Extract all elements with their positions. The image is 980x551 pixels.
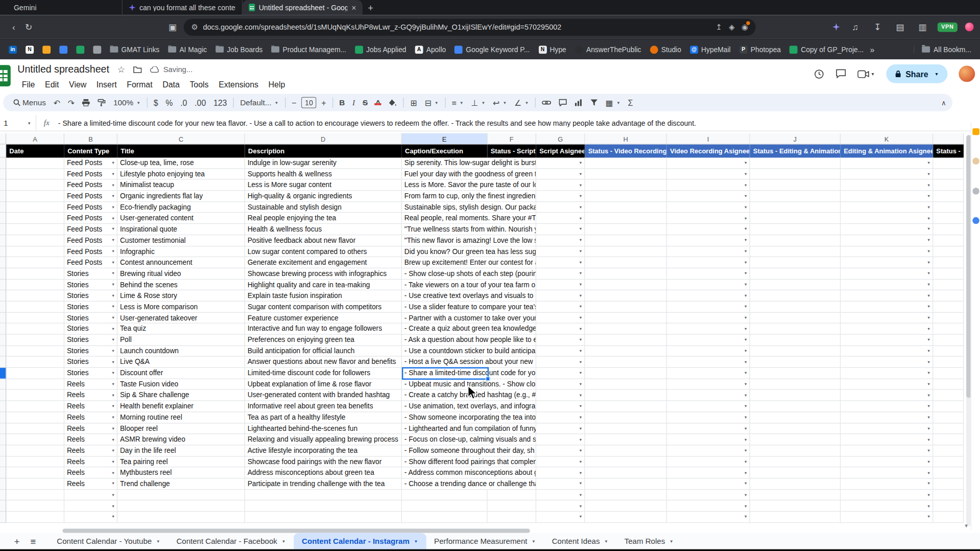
grid-cell[interactable]: ▼ [841,257,933,268]
row-header[interactable] [0,169,6,180]
grid-cell[interactable]: Reels▼ [64,434,117,446]
dropdown-icon[interactable]: ▼ [927,416,930,419]
dropdown-icon[interactable]: ▼ [579,294,582,297]
dropdown-icon[interactable]: ▼ [111,416,115,419]
grid-cell[interactable]: Feed Posts▼ [64,169,117,180]
grid-cell[interactable] [245,490,402,501]
user-avatar[interactable] [959,66,975,82]
grid-cell[interactable]: Less is More comparison [117,302,245,313]
grid-cell[interactable]: ▼ [536,312,585,324]
bookmark-item[interactable]: @HypeMail [690,45,731,54]
grid-cell[interactable]: Stories▼ [64,357,117,368]
dropdown-icon[interactable]: ▼ [579,172,582,176]
dropdown-icon[interactable]: ▼ [744,471,747,474]
grid-cell[interactable] [933,257,964,268]
dropdown-icon[interactable]: ▼ [927,305,930,308]
header-cell[interactable]: Editing & Animation Asignee [841,145,933,158]
dropdown-icon[interactable]: ▼ [927,227,930,231]
dropdown-icon[interactable]: ▼ [744,482,747,486]
grid-cell[interactable]: Address misconceptions about green tea [245,468,402,479]
header-cell[interactable]: Date [6,145,64,158]
grid-cell[interactable]: Tea pairing reel [117,456,245,468]
increase-decimal-button[interactable]: .00 [191,98,210,107]
grid-cell[interactable] [585,157,667,169]
row-header[interactable] [0,224,6,235]
grid-cell[interactable] [933,478,964,490]
sheet-tab-menu-icon[interactable]: ▼ [670,539,674,543]
dropdown-icon[interactable]: ▼ [111,338,115,341]
grid-cell[interactable]: ▼ [667,312,750,324]
grid-cell[interactable]: ▼ [667,379,750,390]
strikethrough-button[interactable]: S [359,98,372,107]
grid-cell[interactable]: ▼ [841,157,933,169]
grid-cell[interactable]: ▼ [667,224,750,235]
increase-font-size-button[interactable]: + [318,98,330,107]
grid-cell[interactable]: ▼ [841,468,933,479]
grid-cell[interactable] [933,280,964,291]
grid-cell[interactable] [6,445,64,456]
grid-cell[interactable]: ▼ [841,368,933,379]
grid-cell[interactable] [750,169,841,180]
grid-cell[interactable]: ▼ [536,180,585,191]
grid-cell[interactable] [585,346,667,357]
dropdown-icon[interactable]: ▼ [927,404,930,408]
grid-cell[interactable] [6,268,64,280]
grid-cell[interactable]: Sugar content comparison with competitor… [245,302,402,313]
grid-cell[interactable]: ▼ [667,302,750,313]
functions-button[interactable]: Σ [624,98,637,107]
column-header-G[interactable]: G [536,133,585,145]
dropdown-icon[interactable]: ▼ [579,394,582,397]
grid-cell[interactable] [488,490,536,501]
grid-cell[interactable]: Inspirational quote [117,224,245,235]
all-sheets-icon[interactable]: ≡ [25,536,41,546]
dropdown-icon[interactable]: ▼ [744,493,747,496]
grid-cell[interactable] [750,290,841,302]
downloads-icon[interactable]: ↧ [870,22,885,32]
dropdown-icon[interactable]: ▼ [111,360,115,364]
grid-cell[interactable] [6,500,64,512]
reading-list-icon[interactable]: ▤ [893,22,907,32]
grid-cell[interactable]: Sustainable and stylish design [245,202,402,213]
menu-format[interactable]: Format [123,79,157,90]
dropdown-icon[interactable]: ▼ [927,482,930,486]
grid-cell[interactable]: Health benefit explainer [117,401,245,412]
grid-cell[interactable]: Build anticipation for official launch [245,346,402,357]
grid-cell[interactable]: - Take viewers on a tour of your tea far… [402,280,536,291]
grid-cell[interactable]: Feed Posts▼ [64,224,117,235]
header-cell[interactable]: Status - Video Recording [585,145,667,158]
grid-cell[interactable]: ▼ [841,456,933,468]
grid-cell[interactable] [750,500,841,512]
grid-cell[interactable]: Reels▼ [64,468,117,479]
dropdown-icon[interactable]: ▼ [579,349,582,353]
grid-cell[interactable] [6,169,64,180]
grid-cell[interactable]: Reels▼ [64,401,117,412]
grid-cell[interactable] [933,290,964,302]
menu-view[interactable]: View [64,79,90,90]
header-cell[interactable]: Content Type [64,145,117,158]
grid-cell[interactable] [585,312,667,324]
grid-cell[interactable] [6,224,64,235]
grid-cell[interactable] [750,180,841,191]
scroll-down-icon[interactable]: ▼ [964,523,969,529]
grid-cell[interactable]: User-generated takeover [117,312,245,324]
more-formats-button[interactable]: 123 [210,98,231,107]
privacy-icon[interactable]: ◈ [729,22,734,31]
grid-cell[interactable]: Feed Posts▼ [64,191,117,202]
dropdown-icon[interactable]: ▼ [927,382,930,386]
grid-cell[interactable] [6,324,64,335]
grid-cell[interactable]: ▼ [841,312,933,324]
font-size-input[interactable]: 10 [301,97,316,108]
grid-cell[interactable]: ▼ [536,235,585,246]
grid-cell[interactable]: ▼ [841,246,933,258]
grid-cell[interactable]: ▼ [536,346,585,357]
grid-cell[interactable]: ▼ [536,445,585,456]
grid-cell[interactable] [750,191,841,202]
grid-cell[interactable]: ▼ [841,169,933,180]
sheet-tab-menu-icon[interactable]: ▼ [604,539,608,543]
grid-cell[interactable]: ▼ [667,290,750,302]
dropdown-icon[interactable]: ▼ [927,216,930,220]
grid-cell[interactable]: ▼ [64,490,117,501]
row-header[interactable] [0,246,6,258]
grid-cell[interactable]: ▼ [841,335,933,346]
dropdown-icon[interactable]: ▼ [744,316,747,319]
